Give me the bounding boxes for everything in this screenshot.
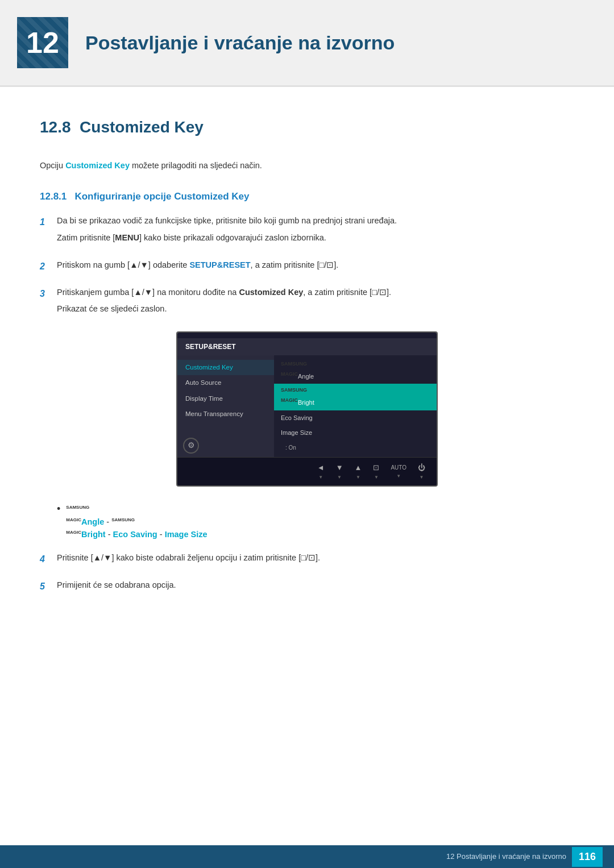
step-3: 3 Pritiskanjem gumba [▲/▼] na monitoru d… [40,286,574,321]
step-2: 2 Pritiskom na gumb [▲/▼] odaberite SETU… [40,259,574,276]
monitor-screen: SETUP&RESET Customized Key Auto Source D… [177,333,437,485]
right-submenu: SAMSUNGMAGICAngle SAMSUNGMAGICBright Eco… [274,355,437,457]
steps-container-2: 4 Pritisnite [▲/▼] kako biste odabrali ž… [40,552,574,596]
step-5: 5 Primijenit će se odabrana opcija. [40,579,574,596]
button-up: ▲ ▼ [355,462,362,481]
chapter-title: Postavljanje i vraćanje na izvorno [85,28,395,57]
intro-paragraph: Opciju Customized Key možete prilagoditi… [40,160,574,172]
subsection-heading: 12.8.1 Konfiguriranje opcije Customized … [40,189,574,204]
setup-reset-label: SETUP&RESET [189,260,250,269]
submenu-image-size: Image Size [274,425,437,441]
steps-container: 1 Da bi se prikazao vodič za funkcijske … [40,215,574,320]
button-auto: AUTO ▼ [391,463,406,480]
monitor-screenshot: SETUP&RESET Customized Key Auto Source D… [176,331,438,487]
step-content-2: Pritiskom na gumb [▲/▼] odaberite SETUP&… [57,259,574,276]
step-number-4: 4 [40,553,57,566]
gear-area: ⚙ [177,435,274,457]
step-number-3: 3 [40,287,57,301]
step-content-4: Pritisnite [▲/▼] kako biste odabrali žel… [57,552,574,569]
left-menu: Customized Key Auto Source Display Time … [177,355,274,457]
options-list: • SAMSUNGMAGICAngle - SAMSUNGMAGICBright… [57,504,574,541]
step-4: 4 Pritisnite [▲/▼] kako biste odabrali ž… [40,552,574,569]
step-content-1: Da bi se prikazao vodič za funkcijske ti… [57,215,574,249]
submenu-on: : On [274,441,437,455]
section-heading: 12.8 Customized Key [40,115,574,143]
step-number-5: 5 [40,580,57,593]
gear-icon: ⚙ [183,438,199,454]
step-1: 1 Da bi se prikazao vodič za funkcijske … [40,215,574,249]
step-content-3: Pritiskanjem gumba [▲/▼] na monitoru dođ… [57,286,574,321]
main-content: 12.8 Customized Key Opciju Customized Ke… [0,115,614,652]
chapter-header: 12 Postavljanje i vraćanje na izvorno [0,0,614,87]
options-list-item: • SAMSUNGMAGICAngle - SAMSUNGMAGICBright… [57,504,574,541]
menu-item-customized-key: Customized Key [177,360,274,375]
menu-content-area: Customized Key Auto Source Display Time … [177,355,437,457]
customized-key-label: Customized Key [239,288,303,297]
menu-item-menu-transparency: Menu Transparency [177,406,274,422]
submenu-bright: SAMSUNGMAGICBright [274,384,437,410]
menu-title-bar: SETUP&RESET [177,338,437,355]
chapter-number: 12 [17,17,68,68]
footer-page-number: 116 [572,847,603,867]
submenu-angle: SAMSUNGMAGICAngle [274,358,437,384]
button-left: ◄ ▼ [317,462,325,481]
page-footer: 12 Postavljanje i vraćanje na izvorno 11… [0,845,614,868]
button-down: ▼ ▼ [336,462,343,481]
submenu-eco-saving: Eco Saving [274,410,437,426]
menu-item-auto-source: Auto Source [177,375,274,391]
footer-text: 12 Postavljanje i vraćanje na izvorno [446,851,566,862]
menu-item-display-time: Display Time [177,391,274,406]
button-enter: ⊡ ▼ [373,462,379,481]
step-number-1: 1 [40,215,57,229]
button-power: ⏻ ▼ [418,462,425,481]
step-content-5: Primijenit će se odabrana opcija. [57,579,574,596]
step-number-2: 2 [40,260,57,273]
menu-items: Customized Key Auto Source Display Time … [177,355,274,435]
monitor-buttons: ◄ ▼ ▼ ▼ ▲ ▼ ⊡ ▼ AUTO ▼ [177,457,437,486]
intro-highlight: Customized Key [65,161,130,170]
